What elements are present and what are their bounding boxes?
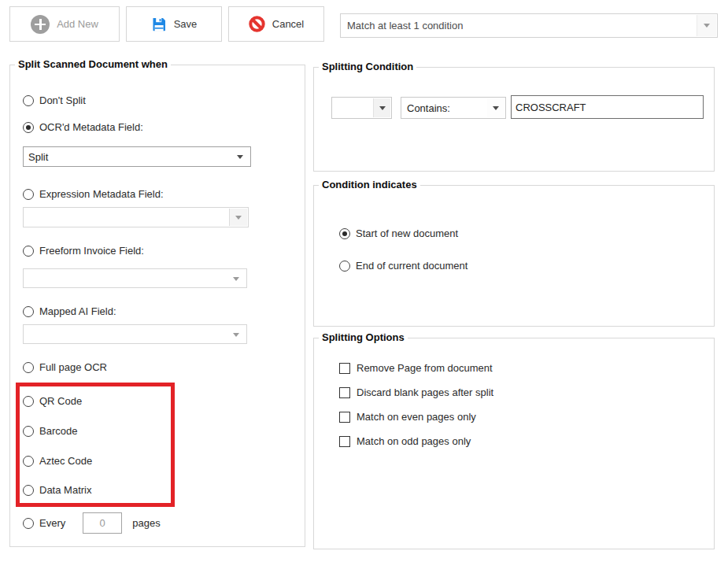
- checkbox-remove-page[interactable]: Remove Page from document: [339, 362, 493, 374]
- chevron-down-icon: [493, 106, 499, 110]
- checkbox-label: Remove Page from document: [357, 362, 493, 374]
- radio-icon-selected[interactable]: [23, 122, 34, 133]
- freeform-invoice-field-dropdown[interactable]: [23, 268, 247, 288]
- chevron-down-icon: [379, 106, 386, 110]
- checkbox-icon[interactable]: [339, 363, 350, 374]
- ocr-metadata-field-dropdown[interactable]: Split: [23, 146, 251, 167]
- ocr-metadata-field-value: Split: [28, 147, 48, 166]
- radio-label: QR Code: [39, 395, 82, 407]
- splitting-condition-groupbox: Splitting Condition Contains:: [313, 67, 715, 172]
- radio-aztec-code[interactable]: Aztec Code: [23, 455, 92, 467]
- checkbox-match-odd[interactable]: Match on odd pages only: [339, 435, 471, 447]
- split-settings-window: Add New Save Cancel Match at least 1 con…: [0, 0, 728, 562]
- radio-label: Expression Metadata Field:: [39, 188, 164, 200]
- cancel-no-icon: [249, 16, 265, 32]
- split-when-title: Split Scanned Document when: [15, 58, 171, 70]
- cancel-label: Cancel: [272, 18, 304, 30]
- checkbox-label: Match on odd pages only: [357, 435, 471, 447]
- dropdown-button[interactable]: [487, 98, 504, 117]
- condition-operator-dropdown[interactable]: Contains:: [401, 97, 506, 119]
- expression-metadata-field-dropdown[interactable]: [23, 207, 249, 227]
- dropdown-button[interactable]: [373, 98, 390, 117]
- checkbox-match-even[interactable]: Match on even pages only: [339, 411, 476, 423]
- radio-label: Every: [39, 517, 65, 529]
- radio-icon[interactable]: [23, 426, 34, 437]
- splitting-options-groupbox: Splitting Options Remove Page from docum…: [313, 338, 715, 549]
- mapped-ai-field-dropdown[interactable]: [23, 324, 247, 344]
- condition-field-dropdown[interactable]: [331, 97, 392, 119]
- cancel-button[interactable]: Cancel: [228, 6, 324, 42]
- radio-dont-split[interactable]: Don't Split: [23, 94, 86, 106]
- radio-label: Aztec Code: [39, 455, 92, 467]
- split-when-groupbox: Split Scanned Document when Don't Split …: [9, 65, 305, 547]
- radio-label: Barcode: [39, 425, 77, 437]
- checkbox-discard-blank[interactable]: Discard blank pages after split: [339, 386, 493, 398]
- radio-start-new-document[interactable]: Start of new document: [339, 227, 458, 239]
- condition-match-text-input[interactable]: [511, 95, 704, 119]
- radio-label: Don't Split: [39, 94, 86, 106]
- radio-label: OCR'd Metadata Field:: [39, 121, 143, 133]
- match-mode-dropdown[interactable]: Match at least 1 condition: [340, 13, 718, 38]
- radio-icon[interactable]: [23, 246, 34, 257]
- radio-ocr-metadata[interactable]: OCR'd Metadata Field:: [23, 121, 143, 133]
- checkbox-icon[interactable]: [339, 412, 350, 423]
- condition-operator-value: Contains:: [407, 98, 450, 118]
- plus-icon: [31, 15, 50, 34]
- radio-icon[interactable]: [23, 95, 34, 106]
- radio-label: Start of new document: [356, 227, 458, 239]
- chevron-down-icon: [233, 277, 239, 281]
- radio-barcode[interactable]: Barcode: [23, 425, 77, 437]
- add-new-label: Add New: [57, 18, 98, 30]
- pages-label: pages: [132, 517, 160, 529]
- radio-label: Mapped AI Field:: [39, 305, 116, 317]
- save-button[interactable]: Save: [126, 6, 222, 42]
- chevron-down-icon: [704, 24, 710, 28]
- add-new-button[interactable]: Add New: [9, 6, 120, 42]
- radio-icon[interactable]: [23, 189, 34, 200]
- radio-icon[interactable]: [23, 306, 34, 317]
- condition-indicates-title: Condition indicates: [319, 179, 420, 190]
- radio-label: Full page OCR: [39, 361, 107, 373]
- dropdown-button[interactable]: [229, 209, 247, 226]
- radio-every-pages[interactable]: Every pages: [23, 512, 161, 534]
- radio-data-matrix[interactable]: Data Matrix: [23, 484, 91, 496]
- checkbox-icon[interactable]: [339, 387, 350, 398]
- radio-icon[interactable]: [23, 396, 34, 407]
- radio-freeform-invoice[interactable]: Freeform Invoice Field:: [23, 245, 144, 257]
- checkbox-icon[interactable]: [339, 436, 350, 447]
- every-pages-input[interactable]: [83, 512, 122, 534]
- radio-icon[interactable]: [23, 456, 34, 467]
- radio-full-page-ocr[interactable]: Full page OCR: [23, 361, 107, 373]
- checkbox-label: Discard blank pages after split: [357, 386, 493, 398]
- splitting-condition-title: Splitting Condition: [319, 61, 416, 72]
- save-floppy-icon: [151, 17, 167, 32]
- radio-mapped-ai[interactable]: Mapped AI Field:: [23, 305, 116, 317]
- radio-qr-code[interactable]: QR Code: [23, 395, 82, 407]
- condition-indicates-groupbox: Condition indicates Start of new documen…: [313, 185, 715, 327]
- radio-expression-metadata[interactable]: Expression Metadata Field:: [23, 188, 164, 200]
- splitting-options-title: Splitting Options: [319, 331, 408, 343]
- radio-label: Data Matrix: [39, 484, 91, 496]
- radio-icon[interactable]: [339, 261, 350, 272]
- radio-label: Freeform Invoice Field:: [39, 245, 144, 257]
- match-mode-value: Match at least 1 condition: [347, 14, 463, 37]
- save-label: Save: [174, 18, 198, 30]
- radio-icon[interactable]: [23, 518, 34, 529]
- radio-icon[interactable]: [23, 362, 34, 373]
- chevron-down-icon: [233, 333, 239, 337]
- dropdown-button[interactable]: [697, 15, 716, 36]
- chevron-down-icon: [237, 155, 243, 159]
- radio-label: End of current document: [356, 260, 467, 272]
- radio-icon[interactable]: [23, 485, 34, 496]
- chevron-down-icon: [235, 216, 242, 220]
- checkbox-label: Match on even pages only: [357, 411, 476, 423]
- radio-end-current-document[interactable]: End of current document: [339, 260, 467, 272]
- radio-icon-selected[interactable]: [339, 228, 350, 239]
